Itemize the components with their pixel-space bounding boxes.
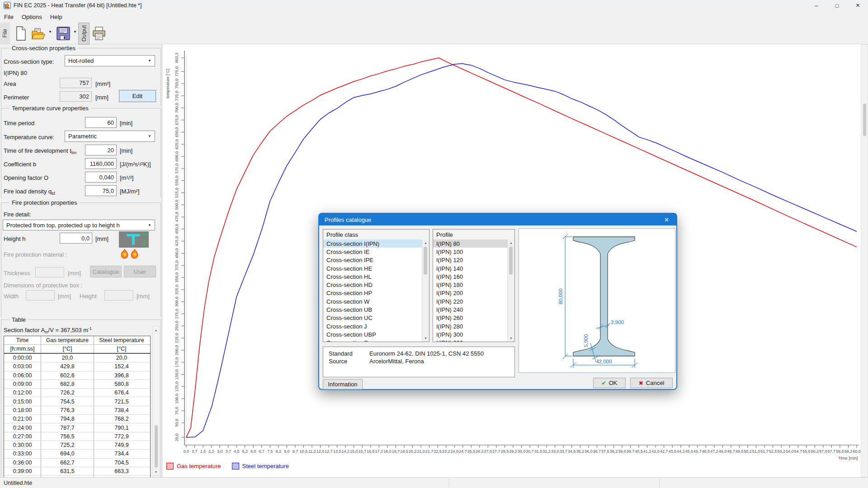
fire-load-input[interactable]: 75,0 bbox=[85, 185, 117, 196]
chart-scrollbar-thumb[interactable] bbox=[863, 103, 866, 136]
new-file-icon bbox=[14, 26, 28, 41]
height-h-input[interactable]: 0,0 bbox=[60, 233, 92, 244]
print-button[interactable] bbox=[91, 25, 107, 42]
svg-text:14,2: 14,2 bbox=[341, 449, 349, 454]
list-item[interactable]: Cross-section HL bbox=[323, 272, 422, 281]
list-item[interactable]: Cross-section S bbox=[323, 339, 422, 342]
close-button[interactable]: ✕ bbox=[848, 0, 868, 11]
col-unit-gas: [°C] bbox=[41, 345, 94, 353]
table-cell: 749,9 bbox=[94, 441, 149, 449]
table-row[interactable]: 0:03:00429,8152,4 bbox=[4, 362, 150, 371]
new-file-button[interactable] bbox=[13, 25, 29, 42]
opening-factor-input[interactable]: 0,040 bbox=[85, 172, 117, 183]
list-item[interactable]: Cross-section IPE bbox=[323, 256, 422, 264]
list-item[interactable]: I(IPN) 120 bbox=[433, 256, 508, 264]
table-row[interactable]: 0:12:00726,2676,4 bbox=[4, 389, 150, 397]
dialog-close-icon[interactable]: ✕ bbox=[662, 216, 671, 223]
list-item[interactable]: Cross-section HP bbox=[323, 289, 422, 297]
list-item[interactable]: I(IPN) 240 bbox=[433, 305, 508, 314]
list-item[interactable]: Cross-section I(IPN) bbox=[323, 239, 422, 248]
scroll-up-icon[interactable]: ▲ bbox=[422, 241, 429, 244]
table-row[interactable]: 0:15:00754,5721,5 bbox=[4, 397, 150, 406]
list-item[interactable]: I(IPN) 80 bbox=[433, 239, 508, 248]
list-item[interactable]: I(IPN) 160 bbox=[433, 272, 508, 281]
table-row[interactable]: 0:18:00776,3738,4 bbox=[4, 406, 150, 415]
list-item[interactable]: I(IPN) 260 bbox=[433, 314, 508, 322]
edit-button[interactable]: Edit bbox=[119, 90, 156, 102]
information-button[interactable]: Information bbox=[323, 379, 363, 389]
cancel-button[interactable]: ✖ Cancel bbox=[630, 378, 673, 388]
perimeter-field: 302 bbox=[60, 91, 92, 102]
table-scrollbar-thumb[interactable] bbox=[155, 425, 158, 468]
scroll-up-icon[interactable]: ▲ bbox=[153, 328, 159, 332]
list-item[interactable]: I(IPN) 320 bbox=[433, 339, 508, 342]
menu-file[interactable]: File bbox=[0, 11, 18, 23]
list-item[interactable]: Cross-section UC bbox=[323, 314, 422, 322]
list-item[interactable]: Cross-section UBP bbox=[323, 330, 422, 338]
area-label: Area bbox=[4, 80, 16, 87]
fire-development-input[interactable]: 20 bbox=[85, 145, 117, 155]
ok-button[interactable]: ✔ OK bbox=[593, 378, 626, 388]
scrollbar-thumb[interactable] bbox=[424, 247, 427, 275]
cross-section-type-select[interactable]: Hot-rolled ▼ bbox=[65, 55, 155, 66]
menu-options[interactable]: Options bbox=[18, 11, 46, 23]
table-cell: 754,5 bbox=[41, 397, 94, 405]
output-side-tab[interactable]: Output bbox=[78, 23, 90, 45]
svg-text:40,5: 40,5 bbox=[635, 449, 643, 454]
cross-section-type-label: Cross-section type: bbox=[4, 58, 54, 65]
scroll-up-icon[interactable]: ▲ bbox=[508, 241, 514, 244]
list-item[interactable]: I(IPN) 100 bbox=[433, 248, 508, 256]
list-item[interactable]: Cross-section J bbox=[323, 322, 422, 330]
table-row[interactable]: 0:09:00682,8580,8 bbox=[4, 380, 150, 389]
table-row[interactable]: 0:24:00787,7790,1 bbox=[4, 423, 150, 432]
file-side-tab[interactable]: File bbox=[0, 23, 10, 44]
scroll-down-icon[interactable]: ▼ bbox=[153, 470, 159, 474]
menu-help[interactable]: Help bbox=[46, 11, 66, 23]
list-item[interactable]: I(IPN) 140 bbox=[433, 264, 508, 272]
minimize-button[interactable]: – bbox=[806, 0, 826, 11]
table-row[interactable]: 0:33:00694,0734,4 bbox=[4, 450, 150, 458]
table-row[interactable]: 0:00:0020,020,0 bbox=[4, 354, 150, 362]
window-title: FIN EC 2025 - Heat Transfer (64 bit) [Un… bbox=[14, 2, 142, 9]
list-item[interactable]: I(IPN) 300 bbox=[433, 330, 508, 338]
list-item[interactable]: I(IPN) 180 bbox=[433, 281, 508, 289]
list-item[interactable]: Cross-section HE bbox=[323, 264, 422, 272]
table-row[interactable]: 0:21:00794,8768,2 bbox=[4, 415, 150, 423]
table-row[interactable]: 0:36:00662,7704,5 bbox=[4, 459, 150, 467]
table-cell: 0:30:00 bbox=[4, 441, 41, 449]
open-dropdown-arrow[interactable]: ▼ bbox=[47, 30, 53, 34]
list-item[interactable]: I(IPN) 200 bbox=[433, 289, 508, 297]
list-item[interactable]: Cross-section UB bbox=[323, 305, 422, 314]
svg-text:125,0: 125,0 bbox=[175, 381, 179, 392]
maximize-button[interactable]: ▢ bbox=[827, 0, 847, 11]
table-row[interactable]: 0:39:00631,5663,3 bbox=[4, 467, 150, 476]
time-period-input[interactable]: 60 bbox=[85, 117, 117, 128]
table-cell: 694,0 bbox=[41, 450, 94, 458]
scroll-down-icon[interactable]: ▼ bbox=[422, 337, 429, 340]
profile-class-scrollbar[interactable]: ▲ ▼ bbox=[422, 239, 429, 342]
profile-scrollbar[interactable]: ▲ ▼ bbox=[507, 239, 514, 342]
list-item[interactable]: I(IPN) 280 bbox=[433, 322, 508, 330]
open-file-button[interactable] bbox=[31, 25, 47, 42]
save-file-button[interactable] bbox=[55, 25, 71, 42]
list-item[interactable]: Cross-section W bbox=[323, 297, 422, 305]
thickness-input bbox=[35, 267, 64, 277]
table-scrollbar[interactable]: ▲ ▼ bbox=[152, 326, 160, 476]
list-item[interactable]: Cross-section HD bbox=[323, 281, 422, 289]
scrollbar-thumb[interactable] bbox=[509, 247, 513, 275]
list-item[interactable]: I(IPN) 220 bbox=[433, 297, 508, 305]
table-row[interactable]: 0:30:00725,2749,9 bbox=[4, 441, 150, 450]
col-unit-time: [h:mm:ss] bbox=[4, 345, 41, 353]
fire-detail-thumbnail bbox=[119, 231, 149, 260]
table-cell: 0:09:00 bbox=[4, 380, 41, 388]
coefficient-b-input[interactable]: 1160,000 bbox=[85, 158, 117, 169]
save-dropdown-arrow[interactable]: ▼ bbox=[72, 30, 78, 34]
dialog-title-bar[interactable]: Profiles catalogue ✕ bbox=[319, 214, 676, 225]
list-item[interactable]: Cross-section IE bbox=[323, 248, 422, 256]
scroll-down-icon[interactable]: ▼ bbox=[508, 337, 514, 340]
fire-detail-select[interactable]: Protected from top, protected up to heig… bbox=[3, 220, 155, 230]
table-row[interactable]: 0:06:00602,6396,8 bbox=[4, 371, 150, 380]
temperature-curve-select[interactable]: Parametric ▼ bbox=[65, 131, 155, 142]
chart-scrollbar[interactable] bbox=[861, 44, 868, 477]
table-row[interactable]: 0:27:00756,5772,9 bbox=[4, 432, 150, 441]
